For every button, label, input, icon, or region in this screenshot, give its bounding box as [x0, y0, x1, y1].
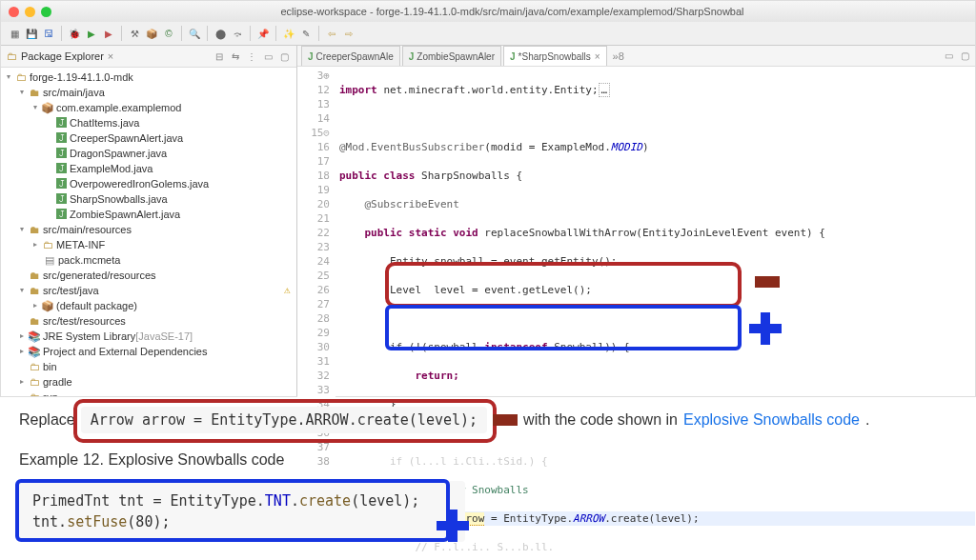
file-sharpsnowballs[interactable]: 🅹SharpSnowballs.java	[1, 191, 296, 207]
tree-src-main-java[interactable]: ▾🖿src/main/java	[1, 85, 296, 100]
editor-min-icon[interactable]: ▭	[942, 50, 955, 63]
maximize-window-button[interactable]	[41, 7, 51, 17]
forward-icon[interactable]: ⇨	[341, 26, 356, 41]
replace-text: Replace	[19, 409, 75, 431]
folder-icon: 🗀	[7, 50, 17, 62]
with-text: with the code shown in	[523, 409, 678, 431]
close-icon[interactable]: ×	[108, 50, 113, 62]
new-class-icon[interactable]: ©	[161, 26, 176, 41]
explosive-snowballs-link[interactable]: Explosive Snowballs code	[683, 409, 860, 431]
tree-deps[interactable]: ▸📚Project and External Dependencies	[1, 344, 296, 359]
window-title: eclipse-workspace - forge-1.19-41.1.0-md…	[57, 6, 967, 17]
refactor-icon[interactable]: ✎	[298, 26, 314, 41]
tree-src-test-java[interactable]: ▾🖿src/test/java	[1, 283, 296, 298]
main-toolbar: ▦ 💾 🖫 🐞 ▶ ▶ ⚒ 📦 © 🔍 ⬤ ⤼ 📌 ✨ ✎ ⇦ ⇨	[1, 22, 975, 46]
tree-default-pkg[interactable]: ▸📦(default package)	[1, 298, 296, 313]
close-window-button[interactable]	[9, 7, 19, 17]
editor-max-icon[interactable]: ▢	[958, 50, 971, 63]
package-explorer-header: 🗀 Package Explorer × ⊟ ⇆ ⋮ ▭ ▢	[1, 46, 296, 68]
build-icon[interactable]: ⚒	[127, 26, 142, 41]
tree-src-main-res[interactable]: ▾🖿src/main/resources	[1, 222, 296, 237]
debug-icon[interactable]: 🐞	[67, 26, 82, 41]
tree-src-test-res[interactable]: 🖿src/test/resources	[1, 313, 296, 329]
wand-icon[interactable]: ✨	[281, 26, 296, 41]
search-icon[interactable]: 🔍	[187, 26, 202, 41]
editor-area: JCreeperSpawnAle JZombieSpawnAler J*Shar…	[297, 46, 975, 396]
folder-run[interactable]: 🗀run	[1, 390, 296, 396]
skip-breakpoints-icon[interactable]: ⤼	[230, 26, 245, 41]
toggle-breakpoint-icon[interactable]: ⬤	[213, 26, 228, 41]
code-block-explosive: PrimedTnt tnt = EntityType.TNT.create(le…	[19, 481, 465, 542]
link-editor-icon[interactable]: ⇆	[229, 50, 242, 63]
titlebar: eclipse-workspace - forge-1.19-41.1.0-md…	[1, 1, 975, 22]
minus-icon-2	[493, 414, 518, 426]
new-icon[interactable]: ▦	[7, 26, 22, 41]
view-menu-icon[interactable]: ⋮	[245, 50, 258, 63]
ide-window: eclipse-workspace - forge-1.19-41.1.0-md…	[0, 0, 976, 397]
tree-package[interactable]: ▾📦com.example.examplemod	[1, 100, 296, 115]
tree-jre[interactable]: ▸📚JRE System Library [JavaSE-17]	[1, 329, 296, 344]
file-dragonspawner[interactable]: 🅹DragonSpawner.java	[1, 146, 296, 161]
new-package-icon[interactable]: 📦	[144, 26, 159, 41]
tab-zombiespawn[interactable]: JZombieSpawnAler	[402, 46, 501, 66]
pin-icon[interactable]: 📌	[255, 26, 271, 41]
run-ext-icon[interactable]: ▶	[101, 26, 116, 41]
save-all-icon[interactable]: 🖫	[41, 26, 56, 41]
run-icon[interactable]: ▶	[84, 26, 99, 41]
inline-code-arrow: Arrow arrow = EntityType.ARROW.create(le…	[81, 407, 487, 433]
minimize-window-button[interactable]	[25, 7, 35, 17]
collapse-all-icon[interactable]: ⊟	[213, 50, 226, 63]
file-creeperspawn[interactable]: 🅹CreeperSpawnAlert.java	[1, 130, 296, 146]
editor-tabs: JCreeperSpawnAle JZombieSpawnAler J*Shar…	[297, 46, 975, 67]
tab-creeperspawn[interactable]: JCreeperSpawnAle	[301, 46, 400, 66]
tree-src-gen[interactable]: 🖿src/generated/resources	[1, 268, 296, 283]
save-icon[interactable]: 💾	[24, 26, 39, 41]
folder-gradle[interactable]: ▸🗀gradle	[1, 374, 296, 390]
folder-bin[interactable]: 🗀bin	[1, 359, 296, 374]
tab-overflow[interactable]: »8	[609, 50, 628, 62]
tree-project[interactable]: ▾🗀forge-1.19-41.1.0-mdk	[1, 70, 296, 85]
maximize-icon[interactable]: ▢	[277, 50, 291, 63]
package-explorer-panel: 🗀 Package Explorer × ⊟ ⇆ ⋮ ▭ ▢ ▾🗀forge-1…	[1, 46, 297, 396]
file-chatitems[interactable]: 🅹ChatItems.java	[1, 115, 296, 130]
package-explorer-tree[interactable]: ▾🗀forge-1.19-41.1.0-mdk ▾🖿src/main/java …	[1, 68, 296, 396]
file-opgolems[interactable]: 🅹OverpoweredIronGolems.java	[1, 176, 296, 191]
back-icon[interactable]: ⇦	[324, 26, 339, 41]
tree-meta-inf[interactable]: ▸🗀META-INF	[1, 237, 296, 252]
file-zombiespawn[interactable]: 🅹ZombieSpawnAlert.java	[1, 207, 296, 222]
panel-title: Package Explorer	[21, 50, 104, 62]
minimize-icon[interactable]: ▭	[261, 50, 274, 63]
minus-icon	[755, 276, 780, 288]
file-examplemod[interactable]: 🅹ExampleMod.java	[1, 161, 296, 176]
tab-sharpsnowballs[interactable]: J*SharpSnowballs×	[503, 46, 607, 66]
close-tab-icon[interactable]: ×	[595, 51, 600, 62]
file-mcmeta[interactable]: ▤pack.mcmeta	[1, 252, 296, 268]
